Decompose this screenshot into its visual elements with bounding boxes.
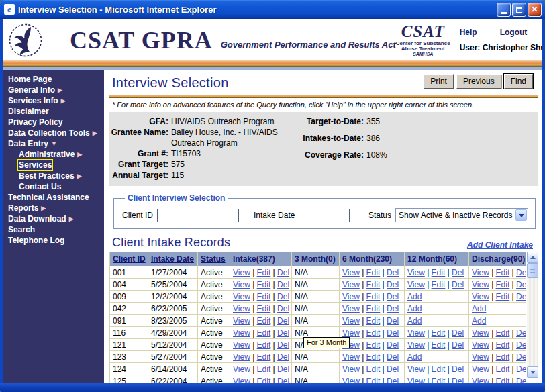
view-link[interactable]: View: [233, 377, 250, 383]
view-link[interactable]: View: [233, 304, 250, 313]
sidebar-item-contact-us[interactable]: Contact Us: [8, 181, 104, 192]
edit-link[interactable]: Edit: [496, 364, 510, 374]
view-link[interactable]: View: [342, 304, 360, 313]
del-link[interactable]: Del: [277, 364, 289, 374]
chevron-down-icon[interactable]: [515, 209, 527, 221]
previous-button[interactable]: Previous: [456, 74, 501, 89]
del-link[interactable]: Del: [387, 340, 399, 350]
edit-link[interactable]: Edit: [496, 328, 510, 338]
del-link[interactable]: Del: [387, 268, 399, 277]
minimize-button[interactable]: [497, 3, 511, 17]
view-link[interactable]: View: [233, 292, 250, 301]
view-link[interactable]: View: [472, 377, 489, 383]
logout-link[interactable]: Logout: [500, 28, 528, 37]
view-link[interactable]: View: [472, 280, 489, 289]
del-link[interactable]: Del: [277, 340, 289, 350]
column-header-status[interactable]: Status: [198, 252, 230, 266]
view-link[interactable]: View: [342, 377, 360, 383]
edit-link[interactable]: Edit: [496, 377, 510, 383]
view-link[interactable]: View: [407, 328, 425, 338]
view-link[interactable]: View: [472, 268, 489, 277]
maximize-button[interactable]: [512, 3, 526, 17]
del-link[interactable]: Del: [277, 328, 289, 338]
edit-link[interactable]: Edit: [432, 328, 446, 338]
edit-link[interactable]: Edit: [257, 377, 271, 383]
edit-link[interactable]: Edit: [432, 364, 446, 374]
edit-link[interactable]: Edit: [432, 280, 446, 289]
view-link[interactable]: View: [342, 352, 360, 362]
view-link[interactable]: View: [472, 364, 489, 374]
find-button[interactable]: Find: [504, 74, 533, 89]
sidebar-item-data-entry[interactable]: Data Entry▼: [8, 138, 104, 149]
edit-link[interactable]: Edit: [257, 268, 271, 277]
del-link[interactable]: Del: [387, 328, 399, 338]
table-scrollbar[interactable]: [527, 252, 538, 378]
view-link[interactable]: View: [407, 377, 425, 383]
del-link[interactable]: Del: [277, 268, 289, 277]
sidebar-item-telephone-log[interactable]: Telephone Log: [8, 235, 104, 246]
edit-link[interactable]: Edit: [366, 364, 381, 374]
edit-link[interactable]: Edit: [366, 316, 381, 326]
add-link[interactable]: Add: [472, 304, 486, 313]
edit-link[interactable]: Edit: [257, 328, 271, 338]
sort-link[interactable]: Status: [201, 254, 226, 264]
edit-link[interactable]: Edit: [366, 280, 381, 289]
add-link[interactable]: Add: [407, 292, 422, 301]
del-link[interactable]: Del: [452, 377, 464, 383]
status-select[interactable]: Show Active & Inactive Records: [395, 208, 528, 222]
del-link[interactable]: Del: [277, 377, 289, 383]
scroll-down-button[interactable]: [527, 366, 538, 378]
edit-link[interactable]: Edit: [366, 328, 381, 338]
edit-link[interactable]: Edit: [432, 340, 446, 350]
add-link[interactable]: Add: [407, 316, 422, 326]
del-link[interactable]: Del: [277, 280, 289, 289]
view-link[interactable]: View: [342, 316, 360, 326]
del-link[interactable]: Del: [277, 292, 289, 301]
del-link[interactable]: Del: [387, 304, 399, 313]
del-link[interactable]: Del: [452, 364, 464, 374]
edit-link[interactable]: Edit: [257, 340, 271, 350]
sidebar-item-services[interactable]: Services: [8, 160, 104, 170]
print-button[interactable]: Print: [424, 74, 454, 89]
view-link[interactable]: View: [407, 268, 425, 277]
add-link[interactable]: Add: [472, 316, 486, 326]
view-link[interactable]: View: [233, 352, 250, 362]
edit-link[interactable]: Edit: [496, 280, 510, 289]
add-client-intake-link[interactable]: Add Client Intake: [467, 240, 533, 250]
del-link[interactable]: Del: [452, 268, 464, 277]
del-link[interactable]: Del: [277, 316, 289, 326]
edit-link[interactable]: Edit: [257, 280, 271, 289]
edit-link[interactable]: Edit: [366, 377, 381, 383]
client-id-input[interactable]: [157, 209, 239, 222]
view-link[interactable]: View: [407, 280, 425, 289]
del-link[interactable]: Del: [516, 377, 526, 383]
sidebar-item-search[interactable]: Search: [8, 224, 104, 235]
view-link[interactable]: View: [472, 328, 489, 338]
view-link[interactable]: View: [472, 352, 489, 362]
edit-link[interactable]: Edit: [366, 352, 381, 362]
scroll-up-button[interactable]: [527, 252, 538, 263]
del-link[interactable]: Del: [516, 268, 526, 277]
sidebar-item-services-info[interactable]: Services Info▶: [8, 95, 104, 106]
view-link[interactable]: View: [233, 364, 250, 374]
sidebar-item-administrative[interactable]: Administrative▶: [8, 149, 104, 160]
sidebar-item-data-download[interactable]: Data Download▶: [8, 213, 104, 224]
view-link[interactable]: View: [342, 268, 360, 277]
view-link[interactable]: View: [407, 364, 425, 374]
scroll-thumb[interactable]: [527, 263, 538, 278]
sidebar-item-reports[interactable]: Reports▶: [8, 203, 104, 213]
sidebar-item-best-practices[interactable]: Best Practices▶: [8, 170, 104, 181]
close-button[interactable]: ✕: [528, 3, 542, 17]
column-header-client-id[interactable]: Client ID: [110, 252, 148, 266]
del-link[interactable]: Del: [516, 352, 526, 362]
view-link[interactable]: View: [233, 328, 250, 338]
del-link[interactable]: Del: [516, 292, 526, 301]
edit-link[interactable]: Edit: [496, 292, 510, 301]
del-link[interactable]: Del: [452, 340, 464, 350]
view-link[interactable]: View: [342, 328, 360, 338]
sidebar-item-disclaimer[interactable]: Disclaimer: [8, 106, 104, 117]
sidebar-item-data-collection-tools[interactable]: Data Collection Tools▶: [8, 128, 104, 138]
edit-link[interactable]: Edit: [432, 268, 446, 277]
view-link[interactable]: View: [342, 292, 360, 301]
del-link[interactable]: Del: [516, 364, 526, 374]
